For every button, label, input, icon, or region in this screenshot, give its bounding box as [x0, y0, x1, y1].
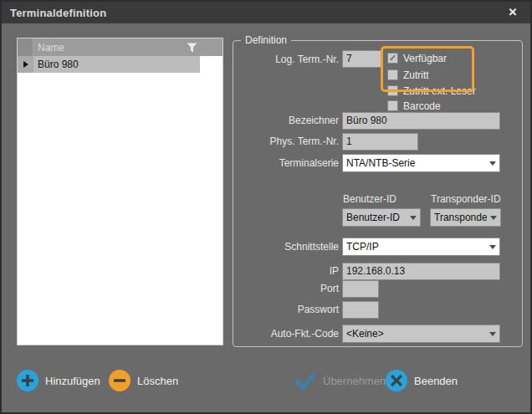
apply-check-icon — [294, 370, 316, 391]
phys-term-nr-label: Phys. Term.-Nr. — [233, 135, 339, 148]
chevron-down-icon[interactable] — [407, 216, 420, 220]
chevron-down-icon[interactable] — [487, 216, 500, 220]
close-icon[interactable]: ✕ — [504, 3, 522, 22]
checkbox-label: Verfügbar — [403, 53, 447, 64]
checkbox-box[interactable]: ✓ — [387, 53, 398, 64]
benutzer-id-dropdown[interactable]: Benutzer-ID — [342, 208, 421, 227]
window-title: Terminaldefinition — [10, 7, 106, 19]
benutzer-id-value: Benutzer-ID — [346, 212, 407, 223]
phys-term-nr-field[interactable]: 1 — [342, 133, 418, 151]
ip-field[interactable]: 192.168.0.13 — [342, 263, 500, 280]
checkbox-box[interactable]: ✓ — [387, 69, 398, 80]
apply-button-label: Übernehmen — [323, 375, 386, 387]
transponder-id-dropdown[interactable]: Transponder- — [430, 208, 501, 227]
port-label: Port — [233, 283, 339, 295]
list-header: Name — [18, 38, 223, 56]
transponder-id-column-label: Transponder-ID — [431, 193, 501, 205]
row-filler — [200, 56, 223, 73]
end-button-label: Beenden — [414, 375, 458, 387]
terminalserie-dropdown[interactable]: NTA/NTB-Serie — [342, 154, 500, 172]
apply-button[interactable]: Übernehmen — [294, 370, 386, 391]
row-selector-cell — [18, 56, 33, 73]
delete-button-label: Löschen — [137, 375, 178, 387]
add-button[interactable]: Hinzufügen — [17, 370, 100, 391]
checkbox-box[interactable]: ✓ — [387, 85, 398, 96]
terminalserie-value: NTA/NTB-Serie — [346, 157, 486, 169]
x-icon — [386, 370, 407, 391]
table-row[interactable]: Büro 980 — [18, 56, 223, 73]
schnittstelle-label: Schnittstelle — [233, 241, 339, 253]
checkbox-label: Barcode — [403, 100, 441, 112]
checkmark-icon: ✓ — [389, 54, 396, 63]
filter-funnel-icon[interactable] — [187, 43, 197, 53]
ip-label: IP — [233, 265, 339, 278]
row-name-cell[interactable]: Büro 980 — [33, 56, 200, 73]
dialog-body: Name Büro 980 Definition Log. Term.-Nr. … — [2, 23, 530, 412]
schnittstelle-dropdown[interactable]: TCP/IP — [342, 238, 500, 256]
log-term-nr-field[interactable]: 7 — [342, 50, 381, 68]
row-selector-header — [18, 38, 33, 56]
end-button[interactable]: Beenden — [386, 370, 458, 391]
checkbox-row-verfuegbar[interactable]: ✓ Verfügbar — [387, 52, 447, 64]
schnittstelle-value: TCP/IP — [346, 241, 486, 253]
passwort-label: Passwort — [233, 304, 339, 316]
current-row-arrow-icon — [23, 61, 28, 68]
title-bar: Terminaldefinition ✕ — [2, 2, 530, 23]
log-term-nr-label: Log. Term.-Nr. — [233, 54, 339, 66]
chevron-down-icon[interactable] — [486, 161, 499, 166]
auto-fkt-code-dropdown[interactable]: <Keine> — [342, 325, 500, 343]
terminal-list[interactable]: Name Büro 980 — [17, 38, 223, 345]
add-button-label: Hinzufügen — [45, 375, 100, 387]
terminalserie-label: Terminalserie — [233, 157, 339, 170]
chevron-down-icon[interactable] — [486, 245, 499, 249]
definition-group-label: Definition — [241, 34, 291, 46]
bezeichner-field[interactable]: Büro 980 — [342, 112, 500, 130]
passwort-field[interactable] — [342, 301, 379, 319]
minus-icon — [109, 370, 130, 391]
auto-fkt-code-value: <Keine> — [346, 328, 486, 340]
delete-button[interactable]: Löschen — [109, 370, 178, 391]
auto-fkt-code-label: Auto-Fkt.-Code — [233, 328, 339, 340]
chevron-down-icon[interactable] — [486, 332, 499, 336]
port-field[interactable] — [342, 280, 379, 298]
checkbox-label: Zutritt ext. Leser — [403, 85, 476, 97]
benutzer-id-column-label: Benutzer-ID — [343, 193, 396, 205]
column-header-label: Name — [38, 42, 64, 54]
header-filler — [200, 38, 223, 56]
checkbox-row-zutritt-ext-leser[interactable]: ✓ Zutritt ext. Leser — [387, 84, 476, 97]
checkbox-row-barcode[interactable]: ✓ Barcode — [387, 100, 441, 112]
plus-icon — [17, 370, 38, 391]
bezeichner-label: Bezeichner — [233, 115, 339, 127]
checkbox-label: Zutritt — [403, 69, 429, 81]
checkbox-row-zutritt[interactable]: ✓ Zutritt — [387, 69, 429, 81]
definition-group: Definition Log. Term.-Nr. 7 ✓ Verfügbar … — [233, 40, 523, 347]
transponder-id-value: Transponder- — [434, 212, 487, 223]
column-header-name[interactable]: Name — [33, 38, 200, 56]
checkbox-box[interactable]: ✓ — [387, 100, 398, 111]
terminal-definition-dialog: Terminaldefinition ✕ Name Büro 980 — [0, 0, 532, 414]
